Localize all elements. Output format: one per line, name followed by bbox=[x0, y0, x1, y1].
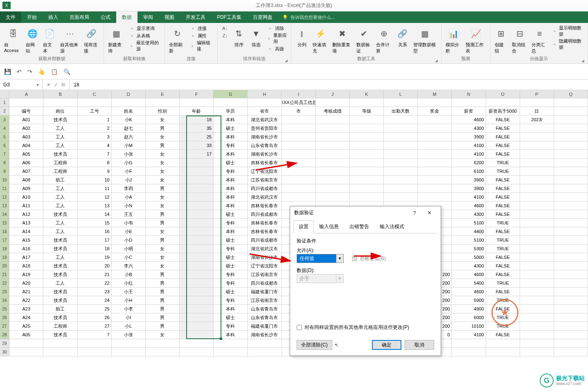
cell[interactable] bbox=[180, 279, 214, 288]
row-header[interactable]: 18 bbox=[0, 245, 9, 253]
cell[interactable]: 江苏省南京市 bbox=[248, 176, 282, 184]
cell[interactable]: 本科 bbox=[214, 305, 248, 313]
tab-视图[interactable]: 视图 bbox=[159, 11, 180, 23]
cell[interactable]: FALSE bbox=[486, 116, 520, 124]
row-header[interactable]: 7 bbox=[0, 150, 9, 159]
cell[interactable]: 赵七 bbox=[112, 124, 146, 133]
cell[interactable]: XXX公司员工信息 bbox=[282, 98, 316, 107]
cell[interactable]: 小E bbox=[112, 227, 146, 236]
cell[interactable]: 8 bbox=[78, 159, 112, 167]
cell[interactable] bbox=[248, 348, 282, 356]
cell[interactable]: 吉林省长春市 bbox=[248, 227, 282, 236]
cancel-button[interactable]: 取消 bbox=[405, 340, 434, 350]
cell[interactable]: 专科 bbox=[214, 141, 248, 150]
enter-formula-icon[interactable]: ✓ bbox=[54, 82, 58, 88]
cell[interactable]: FALSE bbox=[486, 193, 520, 202]
save-button[interactable]: 💾 bbox=[4, 68, 11, 75]
cell[interactable] bbox=[350, 98, 384, 107]
cell[interactable] bbox=[520, 339, 554, 348]
cell[interactable] bbox=[520, 348, 554, 356]
cell[interactable] bbox=[282, 159, 316, 167]
cell[interactable] bbox=[520, 133, 554, 141]
cell[interactable]: 李四 bbox=[112, 184, 146, 193]
cell[interactable] bbox=[554, 262, 588, 270]
cell[interactable]: 小张 bbox=[112, 150, 146, 159]
cell[interactable] bbox=[180, 227, 214, 236]
cell[interactable] bbox=[180, 236, 214, 245]
cell[interactable] bbox=[214, 339, 248, 348]
cell[interactable] bbox=[554, 210, 588, 219]
tab-百度网盘[interactable]: 百度网盘 bbox=[247, 11, 278, 23]
cell[interactable]: A19 bbox=[9, 270, 43, 279]
ribbon-关系[interactable]: 🔗关系 bbox=[394, 25, 411, 49]
cell[interactable]: 技术员 bbox=[43, 296, 77, 305]
cell[interactable] bbox=[384, 167, 418, 176]
cell[interactable]: 4600 bbox=[452, 202, 486, 210]
cell[interactable]: 17 bbox=[78, 236, 112, 245]
cell[interactable]: FALSE bbox=[486, 210, 520, 219]
cell[interactable] bbox=[554, 253, 588, 262]
cell[interactable]: 25 bbox=[180, 133, 214, 141]
cell[interactable] bbox=[520, 322, 554, 331]
cell[interactable]: 专科 bbox=[214, 219, 248, 227]
cell[interactable] bbox=[520, 288, 554, 296]
cell[interactable]: 技术员 bbox=[43, 245, 77, 253]
cell[interactable]: 本科 bbox=[214, 176, 248, 184]
cell[interactable]: 4100 bbox=[452, 141, 486, 150]
cell[interactable]: 女 bbox=[146, 202, 180, 210]
ribbon-合并计算[interactable]: ⊕合并计算 bbox=[374, 25, 394, 55]
cell[interactable]: 小李 bbox=[112, 305, 146, 313]
cell[interactable] bbox=[180, 331, 214, 339]
cell[interactable]: 3 bbox=[78, 133, 112, 141]
cell[interactable]: 市 bbox=[282, 107, 316, 116]
cell[interactable]: 工程师 bbox=[43, 159, 77, 167]
cell[interactable] bbox=[554, 339, 588, 348]
cell[interactable] bbox=[452, 348, 486, 356]
cell[interactable]: 工人 bbox=[43, 219, 77, 227]
paste-icon[interactable]: 📋 bbox=[51, 68, 58, 75]
cell[interactable] bbox=[43, 339, 77, 348]
cell[interactable] bbox=[554, 348, 588, 356]
cell[interactable]: 33 bbox=[180, 141, 214, 150]
cell[interactable]: 技术员 bbox=[43, 150, 77, 159]
cell[interactable] bbox=[384, 141, 418, 150]
cell[interactable]: FALSE bbox=[486, 141, 520, 150]
cell[interactable] bbox=[180, 270, 214, 279]
filter-button[interactable]: ▼筛选 bbox=[248, 25, 264, 49]
cell[interactable]: 工人 bbox=[43, 202, 77, 210]
cell[interactable]: 男 bbox=[146, 184, 180, 193]
cell[interactable] bbox=[520, 202, 554, 210]
cell[interactable]: 4400 bbox=[452, 227, 486, 236]
cell[interactable]: 工人 bbox=[43, 124, 77, 133]
cell[interactable]: 10 bbox=[78, 176, 112, 184]
cell[interactable] bbox=[554, 133, 588, 141]
cell[interactable] bbox=[554, 219, 588, 227]
row-header[interactable]: 20 bbox=[0, 262, 9, 270]
cell[interactable] bbox=[282, 184, 316, 193]
cell[interactable] bbox=[146, 339, 180, 348]
tab-页面布局[interactable]: 页面布局 bbox=[64, 11, 95, 23]
cell[interactable] bbox=[554, 107, 588, 116]
cell[interactable]: A24 bbox=[9, 313, 43, 322]
cell[interactable] bbox=[384, 159, 418, 167]
cell[interactable]: A09 bbox=[9, 184, 43, 193]
cell[interactable]: 技术员 bbox=[43, 270, 77, 279]
cell[interactable] bbox=[452, 98, 486, 107]
cell[interactable] bbox=[316, 150, 350, 159]
cell[interactable] bbox=[248, 339, 282, 348]
cell[interactable]: 专科 bbox=[214, 245, 248, 253]
cell[interactable] bbox=[520, 150, 554, 159]
row-header[interactable]: 29 bbox=[0, 339, 9, 348]
ribbon-取消组合[interactable]: ⊟取消组合 bbox=[510, 25, 529, 55]
cell[interactable]: A14 bbox=[9, 227, 43, 236]
cell[interactable] bbox=[282, 150, 316, 159]
col-header-K[interactable]: K bbox=[350, 90, 384, 98]
cell[interactable]: FALSE bbox=[486, 176, 520, 184]
cell[interactable]: 4600 bbox=[452, 270, 486, 279]
col-header-I[interactable]: I bbox=[282, 90, 315, 98]
row-header[interactable]: 27 bbox=[0, 322, 9, 331]
row-header[interactable]: 12 bbox=[0, 193, 9, 202]
cell[interactable]: 硕士 bbox=[214, 288, 248, 296]
cell[interactable] bbox=[418, 133, 452, 141]
cell[interactable]: 3900 bbox=[452, 133, 486, 141]
